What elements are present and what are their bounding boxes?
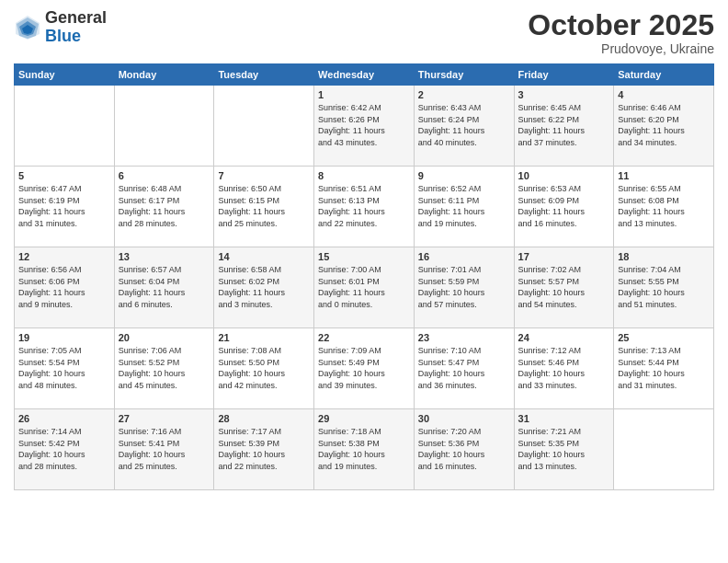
day-info: Sunrise: 7:02 AM Sunset: 5:57 PM Dayligh… — [518, 264, 610, 310]
calendar-cell — [614, 409, 714, 490]
calendar-table: Sunday Monday Tuesday Wednesday Thursday… — [14, 63, 714, 490]
header-monday: Monday — [114, 64, 214, 86]
day-number: 3 — [518, 89, 610, 100]
day-number: 6 — [119, 170, 210, 181]
calendar-cell: 17Sunrise: 7:02 AM Sunset: 5:57 PM Dayli… — [514, 247, 614, 328]
calendar-cell: 10Sunrise: 6:53 AM Sunset: 6:09 PM Dayli… — [514, 167, 614, 247]
calendar-cell: 19Sunrise: 7:05 AM Sunset: 5:54 PM Dayli… — [15, 328, 115, 409]
day-info: Sunrise: 6:52 AM Sunset: 6:11 PM Dayligh… — [418, 183, 510, 229]
day-info: Sunrise: 7:08 AM Sunset: 5:50 PM Dayligh… — [218, 345, 310, 391]
header-tuesday: Tuesday — [214, 64, 314, 86]
day-number: 17 — [518, 251, 610, 262]
calendar-cell — [214, 86, 314, 167]
calendar-cell: 26Sunrise: 7:14 AM Sunset: 5:42 PM Dayli… — [15, 409, 115, 490]
calendar-cell: 4Sunrise: 6:46 AM Sunset: 6:20 PM Daylig… — [614, 86, 714, 167]
calendar-cell: 28Sunrise: 7:17 AM Sunset: 5:39 PM Dayli… — [214, 409, 314, 490]
calendar-cell: 30Sunrise: 7:20 AM Sunset: 5:36 PM Dayli… — [414, 409, 514, 490]
calendar-cell: 6Sunrise: 6:48 AM Sunset: 6:17 PM Daylig… — [114, 167, 214, 247]
day-info: Sunrise: 7:21 AM Sunset: 5:35 PM Dayligh… — [518, 426, 610, 472]
calendar-cell: 24Sunrise: 7:12 AM Sunset: 5:46 PM Dayli… — [514, 328, 614, 409]
weekday-header-row: Sunday Monday Tuesday Wednesday Thursday… — [15, 64, 714, 86]
day-number: 22 — [318, 332, 410, 343]
day-number: 4 — [618, 89, 710, 100]
day-info: Sunrise: 6:42 AM Sunset: 6:26 PM Dayligh… — [318, 102, 410, 148]
day-info: Sunrise: 6:55 AM Sunset: 6:08 PM Dayligh… — [618, 183, 710, 229]
calendar-cell: 2Sunrise: 6:43 AM Sunset: 6:24 PM Daylig… — [414, 86, 514, 167]
day-info: Sunrise: 6:58 AM Sunset: 6:02 PM Dayligh… — [218, 264, 310, 310]
calendar-cell: 14Sunrise: 6:58 AM Sunset: 6:02 PM Dayli… — [214, 247, 314, 328]
day-info: Sunrise: 7:05 AM Sunset: 5:54 PM Dayligh… — [18, 345, 110, 391]
day-number: 19 — [18, 332, 110, 343]
logo-blue: Blue — [45, 28, 107, 46]
logo-text: General Blue — [45, 9, 107, 46]
calendar-cell: 16Sunrise: 7:01 AM Sunset: 5:59 PM Dayli… — [414, 247, 514, 328]
calendar-week-row: 1Sunrise: 6:42 AM Sunset: 6:26 PM Daylig… — [15, 86, 714, 167]
calendar-cell: 20Sunrise: 7:06 AM Sunset: 5:52 PM Dayli… — [114, 328, 214, 409]
day-info: Sunrise: 6:43 AM Sunset: 6:24 PM Dayligh… — [418, 102, 510, 148]
day-info: Sunrise: 6:48 AM Sunset: 6:17 PM Dayligh… — [119, 183, 210, 229]
day-number: 28 — [218, 413, 310, 424]
day-info: Sunrise: 7:17 AM Sunset: 5:39 PM Dayligh… — [218, 426, 310, 472]
day-number: 16 — [418, 251, 510, 262]
calendar-cell: 31Sunrise: 7:21 AM Sunset: 5:35 PM Dayli… — [514, 409, 614, 490]
calendar-cell — [15, 86, 115, 167]
day-info: Sunrise: 6:46 AM Sunset: 6:20 PM Dayligh… — [618, 102, 710, 148]
day-number: 24 — [518, 332, 610, 343]
day-info: Sunrise: 7:04 AM Sunset: 5:55 PM Dayligh… — [618, 264, 710, 310]
day-info: Sunrise: 7:16 AM Sunset: 5:41 PM Dayligh… — [119, 426, 210, 472]
day-info: Sunrise: 6:57 AM Sunset: 6:04 PM Dayligh… — [119, 264, 210, 310]
day-info: Sunrise: 7:10 AM Sunset: 5:47 PM Dayligh… — [418, 345, 510, 391]
day-info: Sunrise: 7:18 AM Sunset: 5:38 PM Dayligh… — [318, 426, 410, 472]
day-number: 30 — [418, 413, 510, 424]
day-number: 12 — [18, 251, 110, 262]
day-info: Sunrise: 7:20 AM Sunset: 5:36 PM Dayligh… — [418, 426, 510, 472]
day-number: 8 — [318, 170, 410, 181]
day-number: 20 — [119, 332, 210, 343]
day-number: 2 — [418, 89, 510, 100]
logo-icon — [14, 14, 41, 41]
day-number: 14 — [218, 251, 310, 262]
day-number: 7 — [218, 170, 310, 181]
day-info: Sunrise: 7:12 AM Sunset: 5:46 PM Dayligh… — [518, 345, 610, 391]
day-info: Sunrise: 6:47 AM Sunset: 6:19 PM Dayligh… — [18, 183, 110, 229]
day-number: 18 — [618, 251, 710, 262]
day-info: Sunrise: 7:06 AM Sunset: 5:52 PM Dayligh… — [119, 345, 210, 391]
day-info: Sunrise: 6:56 AM Sunset: 6:06 PM Dayligh… — [18, 264, 110, 310]
calendar-week-row: 19Sunrise: 7:05 AM Sunset: 5:54 PM Dayli… — [15, 328, 714, 409]
calendar-cell: 8Sunrise: 6:51 AM Sunset: 6:13 PM Daylig… — [314, 167, 415, 247]
header: General Blue October 2025 Prudovoye, Ukr… — [14, 9, 714, 56]
calendar-cell: 23Sunrise: 7:10 AM Sunset: 5:47 PM Dayli… — [414, 328, 514, 409]
logo: General Blue — [14, 9, 107, 46]
calendar-cell: 15Sunrise: 7:00 AM Sunset: 6:01 PM Dayli… — [314, 247, 415, 328]
calendar-cell: 18Sunrise: 7:04 AM Sunset: 5:55 PM Dayli… — [614, 247, 714, 328]
logo-general: General — [45, 9, 107, 28]
day-number: 15 — [318, 251, 410, 262]
day-number: 25 — [618, 332, 710, 343]
day-number: 31 — [518, 413, 610, 424]
calendar-cell: 29Sunrise: 7:18 AM Sunset: 5:38 PM Dayli… — [314, 409, 415, 490]
calendar-week-row: 5Sunrise: 6:47 AM Sunset: 6:19 PM Daylig… — [15, 167, 714, 247]
day-number: 13 — [119, 251, 210, 262]
calendar-cell — [114, 86, 214, 167]
calendar-cell: 25Sunrise: 7:13 AM Sunset: 5:44 PM Dayli… — [614, 328, 714, 409]
calendar-cell: 5Sunrise: 6:47 AM Sunset: 6:19 PM Daylig… — [15, 167, 115, 247]
calendar-cell: 3Sunrise: 6:45 AM Sunset: 6:22 PM Daylig… — [514, 86, 614, 167]
day-number: 9 — [418, 170, 510, 181]
calendar-cell: 11Sunrise: 6:55 AM Sunset: 6:08 PM Dayli… — [614, 167, 714, 247]
day-number: 23 — [418, 332, 510, 343]
day-number: 26 — [18, 413, 110, 424]
header-friday: Friday — [514, 64, 614, 86]
calendar-cell: 9Sunrise: 6:52 AM Sunset: 6:11 PM Daylig… — [414, 167, 514, 247]
header-thursday: Thursday — [414, 64, 514, 86]
day-info: Sunrise: 6:45 AM Sunset: 6:22 PM Dayligh… — [518, 102, 610, 148]
calendar-cell: 13Sunrise: 6:57 AM Sunset: 6:04 PM Dayli… — [114, 247, 214, 328]
calendar-cell: 7Sunrise: 6:50 AM Sunset: 6:15 PM Daylig… — [214, 167, 314, 247]
day-number: 21 — [218, 332, 310, 343]
calendar-cell: 27Sunrise: 7:16 AM Sunset: 5:41 PM Dayli… — [114, 409, 214, 490]
day-info: Sunrise: 6:51 AM Sunset: 6:13 PM Dayligh… — [318, 183, 410, 229]
day-info: Sunrise: 7:13 AM Sunset: 5:44 PM Dayligh… — [618, 345, 710, 391]
header-saturday: Saturday — [614, 64, 714, 86]
header-sunday: Sunday — [15, 64, 115, 86]
calendar-container: General Blue October 2025 Prudovoye, Ukr… — [0, 0, 728, 563]
month-title: October 2025 — [528, 9, 714, 41]
